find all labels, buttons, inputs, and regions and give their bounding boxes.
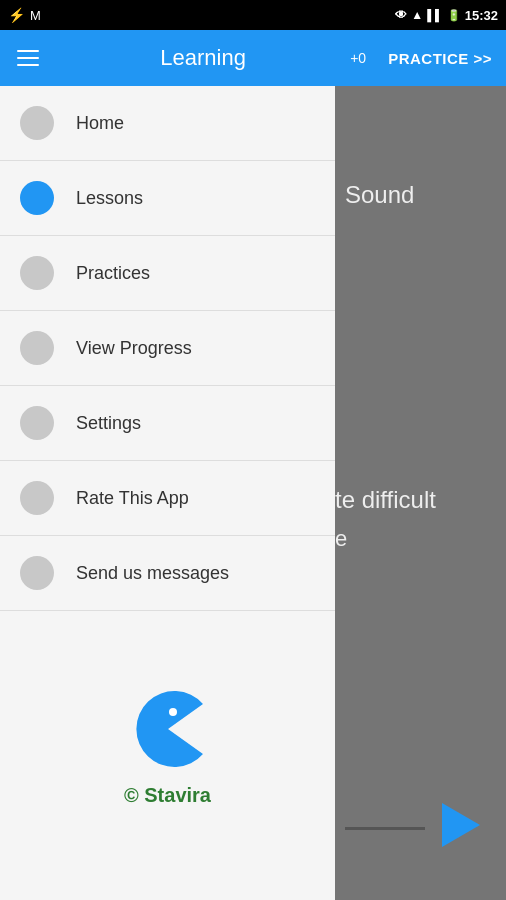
sidebar-item-send-messages[interactable]: Send us messages <box>0 536 335 611</box>
nav-dot-home <box>20 106 54 140</box>
right-text-e: e <box>335 526 347 552</box>
status-bar: ⚡ M 👁 ▲ ▌▌ 🔋 15:32 <box>0 0 506 30</box>
sidebar-item-lessons[interactable]: Lessons <box>0 161 335 236</box>
signal-icon: ▌▌ <box>427 9 443 21</box>
hamburger-line-2 <box>17 57 39 59</box>
nav-dot-rate-app <box>20 481 54 515</box>
score-badge: +0 <box>350 50 366 66</box>
time-display: 15:32 <box>465 8 498 23</box>
wifi-icon: ▲ <box>411 8 423 22</box>
copyright-text: © Stavira <box>124 784 211 807</box>
right-content-area: Sound te difficult e <box>335 86 506 900</box>
sidebar-item-view-progress[interactable]: View Progress <box>0 311 335 386</box>
main-content: Home Lessons Practices View Progress Set… <box>0 86 506 900</box>
status-icons-right: 👁 ▲ ▌▌ 🔋 15:32 <box>395 8 498 23</box>
nav-dot-practices <box>20 256 54 290</box>
page-title: Learning <box>56 45 350 71</box>
sidebar-label-practices: Practices <box>76 263 150 284</box>
usb-icon: ⚡ <box>8 7 25 23</box>
right-text-sound: Sound <box>345 181 414 209</box>
sidebar-label-send-messages: Send us messages <box>76 563 229 584</box>
svg-point-0 <box>169 708 177 716</box>
sidebar-footer: © Stavira <box>0 611 335 900</box>
play-button[interactable] <box>436 800 486 850</box>
sidebar-item-rate-app[interactable]: Rate This App <box>0 461 335 536</box>
sidebar-item-home[interactable]: Home <box>0 86 335 161</box>
sidebar-item-settings[interactable]: Settings <box>0 386 335 461</box>
sidebar-label-view-progress: View Progress <box>76 338 192 359</box>
progress-line <box>345 827 425 830</box>
battery-icon: 🔋 <box>447 9 461 22</box>
sidebar-item-practices[interactable]: Practices <box>0 236 335 311</box>
nav-dot-lessons <box>20 181 54 215</box>
practice-button[interactable]: PRACTICE >> <box>374 30 506 86</box>
nav-dot-send-messages <box>20 556 54 590</box>
nav-dot-settings <box>20 406 54 440</box>
nav-dot-view-progress <box>20 331 54 365</box>
gmail-icon: M <box>30 8 41 23</box>
top-bar: Learning +0 PRACTICE >> <box>0 30 506 86</box>
hamburger-line-1 <box>17 50 39 52</box>
sidebar-label-lessons: Lessons <box>76 188 143 209</box>
eye-icon: 👁 <box>395 8 407 22</box>
hamburger-line-3 <box>17 64 39 66</box>
sidebar-label-rate-app: Rate This App <box>76 488 189 509</box>
sidebar: Home Lessons Practices View Progress Set… <box>0 86 335 900</box>
sidebar-label-home: Home <box>76 113 124 134</box>
right-text-difficult: te difficult <box>335 486 436 514</box>
play-triangle-icon <box>442 803 480 847</box>
sidebar-label-settings: Settings <box>76 413 141 434</box>
status-icons-left: ⚡ M <box>8 7 41 23</box>
logo-icon <box>123 684 213 774</box>
hamburger-button[interactable] <box>0 30 56 86</box>
